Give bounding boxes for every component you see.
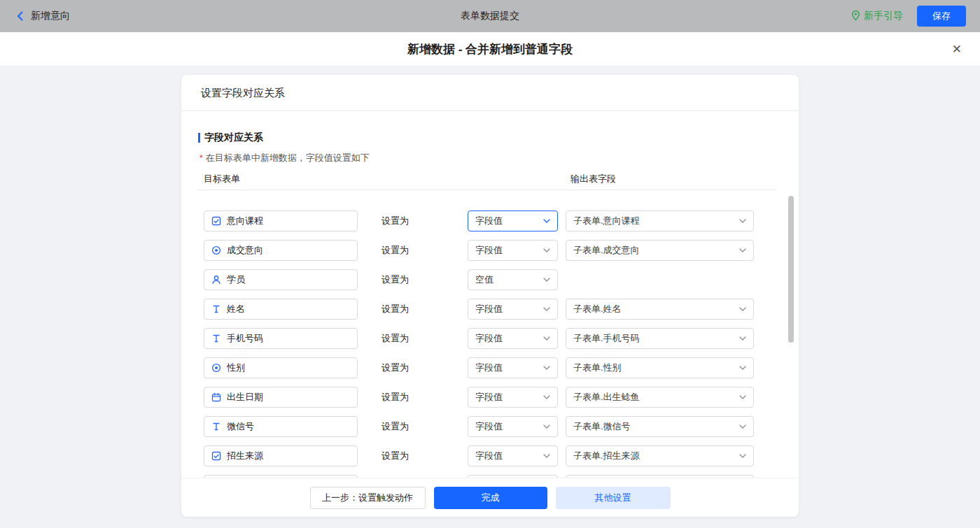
- field-label: 招生来源: [227, 450, 263, 462]
- set-as-label: 设置为: [382, 420, 411, 433]
- text-icon: [211, 304, 221, 314]
- set-as-label: 设置为: [382, 215, 411, 227]
- hint-text: *在目标表单中新增数据，字段值设置如下: [200, 152, 799, 163]
- back-chevron-icon[interactable]: [14, 10, 27, 22]
- target-select-value: 子表单.姓名: [573, 303, 622, 315]
- prev-step-button[interactable]: 上一步：设置触发动作: [310, 487, 426, 509]
- mapping-row: 招生来源 设置为 字段值 子表单.招生来源: [204, 445, 799, 466]
- chevron-down-icon: [543, 219, 550, 223]
- field-label: 出生日期: [227, 391, 263, 404]
- mode-select-value: 字段值: [475, 420, 503, 433]
- mode-select[interactable]: 字段值: [468, 299, 558, 320]
- field-label: 性别: [227, 362, 245, 374]
- field-label: 微信号: [227, 420, 254, 433]
- chevron-down-icon: [543, 307, 550, 311]
- guide-label[interactable]: 新手引导: [864, 10, 903, 22]
- target-select[interactable]: 子表单.出生鲶鱼: [566, 387, 754, 408]
- target-select[interactable]: 子表单.微信号: [566, 416, 754, 437]
- source-field[interactable]: 学员: [204, 269, 358, 290]
- target-select[interactable]: [566, 475, 754, 478]
- done-button[interactable]: 完成: [434, 487, 547, 509]
- column-headers: 目标表单 输出表字段: [181, 173, 799, 184]
- field-label: 意向课程: [227, 215, 263, 227]
- card-footer: 上一步：设置触发动作 完成 其他设置: [181, 478, 799, 517]
- column-header-source: 目标表单: [204, 173, 240, 185]
- chevron-down-icon: [739, 366, 746, 370]
- save-button[interactable]: 保存: [917, 6, 966, 27]
- set-as-label: 设置为: [382, 362, 411, 374]
- mode-select[interactable]: 字段值: [468, 387, 558, 408]
- source-field[interactable]: 招生来源: [204, 445, 358, 466]
- source-field[interactable]: 微信号: [204, 416, 358, 437]
- mode-select-value: 字段值: [475, 391, 503, 404]
- source-field[interactable]: 性别: [204, 357, 358, 378]
- mode-select[interactable]: 字段值: [468, 211, 558, 231]
- mode-select[interactable]: [468, 475, 558, 478]
- target-select[interactable]: 子表单.性别: [566, 357, 754, 378]
- location-pin-icon: [851, 10, 860, 23]
- divider: [198, 190, 777, 190]
- mode-select[interactable]: 空值: [468, 269, 558, 290]
- target-select-value: 子表单.手机号码: [573, 332, 640, 345]
- hint-label: 在目标表单中新增数据，字段值设置如下: [206, 152, 370, 163]
- target-select[interactable]: 子表单.意向课程: [566, 211, 754, 231]
- source-field[interactable]: 成交意向: [204, 240, 358, 261]
- chevron-down-icon: [739, 336, 746, 341]
- target-select[interactable]: 子表单.成交意向: [566, 240, 754, 261]
- chevron-down-icon: [739, 219, 746, 223]
- back-nav[interactable]: 新增意向: [14, 10, 70, 22]
- back-label[interactable]: 新增意向: [31, 10, 70, 22]
- section-accent-bar: [198, 133, 200, 143]
- mode-select[interactable]: 字段值: [468, 240, 558, 261]
- mode-select[interactable]: 字段值: [468, 357, 558, 378]
- chevron-down-icon: [543, 366, 550, 370]
- chevron-down-icon: [543, 278, 550, 282]
- modal-header: 新增数据 - 合并新增到普通字段 ✕: [0, 32, 980, 66]
- mapping-row: 姓名 设置为 字段值 子表单.姓名: [204, 299, 799, 320]
- chevron-down-icon: [739, 307, 746, 311]
- guide-link[interactable]: 新手引导: [851, 10, 903, 23]
- chevron-down-icon: [543, 336, 550, 341]
- target-select-value: 子表单.性别: [573, 362, 622, 374]
- other-settings-button[interactable]: 其他设置: [556, 487, 671, 509]
- set-as-label: 设置为: [382, 273, 411, 286]
- mode-select[interactable]: 字段值: [468, 416, 558, 437]
- mode-select-value: 字段值: [475, 450, 503, 462]
- target-select-value: 子表单.意向课程: [573, 215, 640, 227]
- close-icon[interactable]: ✕: [952, 43, 962, 55]
- target-select-value: 子表单.招生来源: [573, 450, 640, 462]
- checkbox-icon: [211, 216, 221, 226]
- required-asterisk: *: [200, 153, 203, 163]
- text-icon: [211, 334, 221, 343]
- target-select[interactable]: 子表单.姓名: [566, 299, 754, 320]
- target-select[interactable]: 子表单.招生来源: [566, 445, 754, 466]
- source-field[interactable]: 手机号码: [204, 328, 358, 349]
- mode-select[interactable]: 字段值: [468, 445, 558, 466]
- chevron-down-icon: [543, 424, 550, 429]
- mapping-row: 性别 设置为 字段值 子表单.性别: [204, 357, 799, 378]
- mode-select-value: 字段值: [475, 332, 503, 345]
- chevron-down-icon: [739, 395, 746, 399]
- topbar: 新增意向 表单数据提交 新手引导 保存: [0, 0, 980, 32]
- set-as-label: 设置为: [382, 391, 411, 404]
- scrollbar[interactable]: [788, 196, 794, 343]
- checkbox-icon: [211, 451, 221, 461]
- section-title-label: 字段对应关系: [204, 131, 263, 144]
- field-label: 学员: [227, 273, 245, 286]
- target-select[interactable]: 子表单.手机号码: [566, 328, 754, 349]
- source-field[interactable]: 姓名: [204, 299, 358, 320]
- chevron-down-icon: [739, 454, 746, 458]
- field-label: 成交意向: [227, 244, 263, 257]
- mode-select-value: 字段值: [475, 244, 503, 257]
- target-select-value: 子表单.微信号: [573, 420, 631, 433]
- mapping-row: 出生日期 设置为 字段值 子表单.出生鲶鱼: [204, 387, 799, 408]
- set-as-label: 设置为: [382, 450, 411, 462]
- mode-select-value: 字段值: [475, 215, 503, 227]
- source-field[interactable]: [204, 475, 358, 478]
- calendar-icon: [211, 392, 221, 402]
- field-label: 姓名: [227, 303, 245, 315]
- mapping-row: 微信号 设置为 字段值 子表单.微信号: [204, 416, 799, 437]
- source-field[interactable]: 意向课程: [204, 211, 358, 231]
- source-field[interactable]: 出生日期: [204, 387, 358, 408]
- mode-select[interactable]: 字段值: [468, 328, 558, 349]
